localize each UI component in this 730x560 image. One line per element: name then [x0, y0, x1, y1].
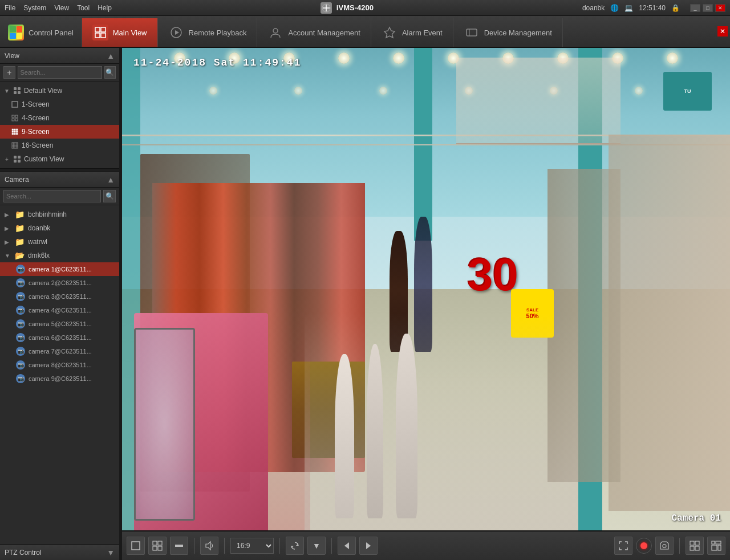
camera-item-5[interactable]: 📷 camera 5@C623511... — [0, 317, 119, 331]
toolbar-separator-4 — [331, 538, 332, 554]
app-name: iVMS-4200 — [336, 3, 374, 12]
maximize-button[interactable]: □ — [703, 4, 713, 12]
layout-4screen-button[interactable] — [148, 537, 167, 555]
camera-item-3[interactable]: 📷 camera 3@C623511... — [0, 290, 119, 303]
camera-group-dmk6lx[interactable]: ▼ 📂 dmk6lx — [0, 249, 119, 262]
camera-tree: ▶ 📁 bchbinhminh ▶ 📁 doanbk ▶ 📁 watrwl — [0, 205, 119, 544]
layout-1screen-button[interactable] — [127, 537, 145, 555]
tab-control-panel-label: Control Panel — [29, 29, 74, 37]
camera-item-8[interactable]: 📷 camera 8@C623511... — [0, 358, 119, 372]
camera-collapse-icon[interactable]: ▲ — [107, 175, 115, 184]
tree-icon-4screen — [10, 115, 19, 121]
svg-rect-21 — [12, 129, 14, 131]
tree-item-1screen[interactable]: 1-Screen — [0, 98, 119, 111]
mannequin-1 — [335, 354, 354, 518]
refresh-button[interactable] — [286, 537, 304, 555]
svg-rect-43 — [158, 541, 162, 545]
svg-rect-3 — [95, 27, 100, 32]
svg-rect-56 — [695, 546, 699, 550]
layout-minimize-button[interactable] — [170, 537, 188, 555]
svg-rect-60 — [718, 545, 721, 550]
svg-marker-51 — [366, 542, 371, 549]
ptz-label: PTZ Control — [5, 549, 42, 557]
camera-icon-1: 📷 — [16, 265, 25, 274]
tree-item-default-view[interactable]: ▼ Default View — [0, 84, 119, 98]
snapshot-button[interactable] — [655, 537, 674, 555]
tree-item-custom-view[interactable]: + Custom View — [0, 152, 119, 166]
grid-view-button[interactable] — [686, 537, 704, 555]
menu-tool[interactable]: Tool — [77, 4, 90, 12]
camera-item-9[interactable]: 📷 camera 9@C623511... — [0, 372, 119, 385]
tab-control-panel[interactable]: Control Panel — [0, 18, 82, 47]
camera-item-6[interactable]: 📷 camera 6@C623511... — [0, 331, 119, 344]
network-icon: 🌐 — [610, 4, 619, 12]
svg-rect-54 — [695, 541, 699, 545]
main-view-icon — [92, 25, 108, 40]
tab-alarm-event-label: Alarm Event — [402, 29, 443, 37]
menu-system[interactable]: System — [23, 4, 46, 12]
svg-rect-6 — [101, 33, 106, 38]
menu-view[interactable]: View — [54, 4, 69, 12]
svg-rect-14 — [14, 91, 17, 94]
tree-item-16screen[interactable]: 16-Screen — [0, 139, 119, 152]
camera-item-4[interactable]: 📷 camera 4@C623511... — [0, 303, 119, 317]
svg-rect-45 — [158, 546, 162, 550]
view-search-button[interactable]: 🔍 — [104, 66, 116, 79]
lock-icon[interactable]: 🔒 — [671, 4, 680, 12]
tab-alarm-event[interactable]: Alarm Event — [371, 18, 453, 47]
camera-item-1[interactable]: 📷 camera 1@C623511... — [0, 262, 119, 276]
tree-toggle-default-view[interactable]: ▼ — [3, 87, 10, 94]
dropdown-arrow-button[interactable]: ▼ — [307, 537, 326, 555]
ptz-expand-icon[interactable]: ▼ — [107, 548, 115, 557]
store-scene: 30 SALE 50% — [122, 48, 730, 530]
camera-item-2[interactable]: 📷 camera 2@C623511... — [0, 276, 119, 290]
toolbar-right — [614, 537, 725, 555]
svg-rect-42 — [153, 541, 157, 545]
menu-help[interactable]: Help — [98, 4, 112, 12]
view-add-button[interactable]: + — [3, 66, 15, 79]
tab-remote-playback[interactable]: Remote Playback — [158, 18, 258, 47]
svg-rect-24 — [12, 131, 14, 133]
svg-rect-17 — [12, 115, 14, 117]
svg-rect-58 — [716, 541, 721, 544]
minimize-button[interactable]: _ — [690, 4, 700, 12]
view-search-input[interactable] — [18, 66, 102, 79]
settings-view-button[interactable] — [707, 537, 725, 555]
svg-rect-4 — [101, 27, 106, 32]
tab-account-management-label: Account Management — [288, 29, 360, 37]
tab-account-management[interactable]: Account Management — [257, 18, 371, 47]
tree-toggle-custom-view[interactable]: + — [3, 156, 10, 163]
close-button[interactable]: ✕ — [715, 4, 725, 12]
mannequin-3 — [396, 334, 417, 518]
camera-group-watrwl[interactable]: ▶ 📁 watrwl — [0, 235, 119, 249]
group-label-bchbinhminh: bchbinhminh — [28, 210, 67, 218]
ceiling-light — [209, 87, 217, 95]
tree-item-4screen[interactable]: 4-Screen — [0, 111, 119, 125]
prev-button[interactable] — [338, 537, 356, 555]
main-view-close-button[interactable]: ✕ — [717, 26, 728, 36]
fullscreen-button[interactable] — [614, 537, 632, 555]
view-collapse-icon[interactable]: ▲ — [107, 51, 115, 60]
tree-item-9screen[interactable]: 9-Screen — [0, 125, 119, 139]
camera-search-button[interactable]: 🔍 — [103, 190, 116, 202]
ptz-control-bar: PTZ Control ▼ — [0, 544, 119, 560]
tab-main-view[interactable]: Main View — [82, 18, 158, 47]
svg-rect-28 — [14, 133, 16, 135]
camera-group-doanbk[interactable]: ▶ 📁 doanbk — [0, 221, 119, 235]
camera-icon-2: 📷 — [16, 278, 25, 287]
next-button[interactable] — [359, 537, 378, 555]
camera-item-7[interactable]: 📷 camera 7@C623511... — [0, 344, 119, 358]
record-button[interactable] — [636, 538, 652, 554]
camera-feed: 30 SALE 50% — [122, 48, 730, 530]
tab-device-management[interactable]: Device Management — [453, 18, 563, 47]
app-icon — [321, 2, 332, 14]
remote-playback-icon — [168, 25, 184, 40]
video-camera-label: Camera 01 — [672, 513, 721, 524]
tree-icon-9screen — [10, 128, 19, 135]
camera-group-bchbinhminh[interactable]: ▶ 📁 bchbinhminh — [0, 208, 119, 221]
svg-rect-23 — [17, 129, 18, 131]
volume-button[interactable] — [200, 537, 218, 555]
aspect-ratio-select[interactable]: 16:9 4:3 Original — [230, 538, 274, 554]
menu-file[interactable]: File — [5, 4, 15, 12]
camera-search-input[interactable] — [3, 190, 101, 202]
